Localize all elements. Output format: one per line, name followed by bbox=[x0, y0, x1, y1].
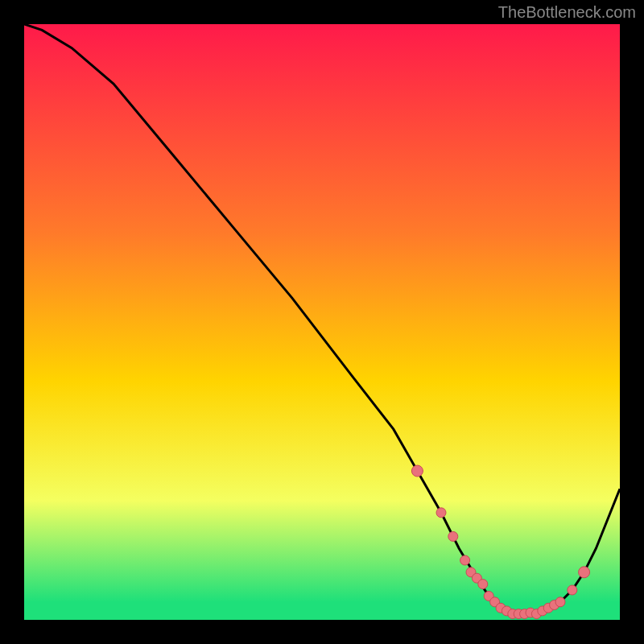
plot-area bbox=[24, 24, 620, 620]
valley-marker bbox=[579, 567, 590, 578]
valley-marker bbox=[568, 585, 577, 595]
gradient-rect bbox=[24, 24, 620, 620]
valley-marker bbox=[460, 555, 470, 565]
valley-marker bbox=[411, 465, 423, 477]
valley-marker bbox=[555, 597, 565, 607]
valley-marker bbox=[448, 531, 458, 541]
stage: TheBottleneck.com bbox=[0, 0, 644, 644]
chart-svg bbox=[24, 24, 620, 620]
valley-marker bbox=[478, 580, 488, 589]
watermark-text: TheBottleneck.com bbox=[498, 3, 636, 22]
valley-marker bbox=[436, 508, 446, 518]
